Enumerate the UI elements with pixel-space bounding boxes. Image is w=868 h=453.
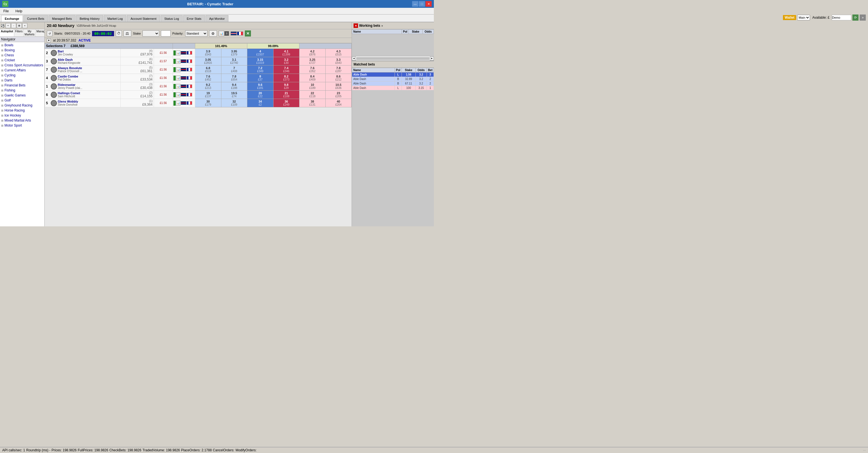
sidebar-item-cricket[interactable]: ⊞ Cricket bbox=[0, 58, 44, 63]
tab-market-log[interactable]: Market Log bbox=[104, 15, 126, 22]
odds-cell-2-4[interactable]: 7.6£352 bbox=[300, 66, 326, 74]
odds-cell-4-1[interactable]: 9.4£188 bbox=[221, 82, 247, 91]
runner-chart-btn[interactable]: 📊 bbox=[176, 92, 180, 97]
odds-cell-1-0[interactable]: 3.05£2816 bbox=[195, 57, 221, 66]
tab-current-bets[interactable]: Current Bets bbox=[24, 15, 48, 22]
odds-cell-6-5[interactable]: 40£204 bbox=[326, 99, 351, 107]
stake-input[interactable]: 2 bbox=[161, 30, 170, 36]
settings-button[interactable]: ⚙ bbox=[209, 30, 217, 36]
runner-chart-btn[interactable]: 📊 bbox=[176, 101, 180, 106]
tab-api-monitor[interactable]: Api Monitor bbox=[206, 15, 228, 22]
sidebar-tb-btn3[interactable]: ⊠ bbox=[17, 23, 22, 28]
sidebar-tab-managed[interactable]: Managed bbox=[36, 29, 44, 36]
sidebar-item-boxing[interactable]: ⊞ Boxing bbox=[0, 48, 44, 53]
minimize-button[interactable]: — bbox=[412, 1, 418, 7]
odds-cell-6-0[interactable]: 30£179 bbox=[195, 99, 221, 107]
odds-cell-2-5[interactable]: 7.8£287 bbox=[326, 66, 351, 74]
refresh-button[interactable]: ↺ bbox=[47, 31, 53, 36]
odds-cell-3-5[interactable]: 8.6£212 bbox=[326, 74, 351, 82]
odds-cell-5-5[interactable]: 23£205 bbox=[326, 91, 351, 99]
odds-cell-3-0[interactable]: 7.6£452 bbox=[195, 74, 221, 82]
collapse-button[interactable]: ▼ bbox=[47, 38, 51, 42]
sidebar-item-financial-bets[interactable]: ⊞ Financial Bets bbox=[0, 83, 44, 88]
odds-cell-1-5[interactable]: 3.3£543 bbox=[326, 57, 351, 66]
runner-chart-btn[interactable]: 📊 bbox=[176, 75, 180, 80]
odds-cell-5-2[interactable]: 20£22 bbox=[247, 91, 274, 99]
tab-exchange[interactable]: Exchange bbox=[1, 15, 23, 22]
odds-cell-0-4[interactable]: 4.2£876 bbox=[300, 49, 326, 57]
odds-cell-4-2[interactable]: 9.6£181 bbox=[247, 82, 274, 91]
sidebar-item-gaelic-games[interactable]: ⊞ Gaelic Games bbox=[0, 93, 44, 98]
sidebar-item-ice-hockey[interactable]: ⊞ Ice Hockey bbox=[0, 113, 44, 118]
odds-cell-2-0[interactable]: 6.8£518 bbox=[195, 66, 221, 74]
odds-cell-2-1[interactable]: 7£408 bbox=[221, 66, 247, 74]
odds-cell-4-4[interactable]: 10£189 bbox=[300, 82, 326, 91]
odds-cell-2-2[interactable]: 7.2£349 bbox=[247, 66, 274, 74]
odds-cell-6-1[interactable]: 32£109 bbox=[221, 99, 247, 107]
odds-cell-0-0[interactable]: 3.9£543 bbox=[195, 49, 221, 57]
odds-cell-6-4[interactable]: 38£131 bbox=[300, 99, 326, 107]
sidebar-item-bowls[interactable]: ⊞ Bowls bbox=[0, 43, 44, 48]
timer-btn[interactable]: ⏱ bbox=[116, 30, 122, 36]
tab-managed-bets[interactable]: Managed Bets bbox=[49, 15, 75, 22]
sidebar-expand-button[interactable]: « bbox=[22, 23, 27, 28]
odds-cell-1-2[interactable]: 3.15£1019 bbox=[247, 57, 274, 66]
h-scroll-right[interactable]: ► bbox=[430, 57, 434, 61]
sidebar-item-horse-racing[interactable]: ⊞ Horse Racing bbox=[0, 108, 44, 113]
menu-help[interactable]: Help bbox=[14, 9, 24, 14]
odds-cell-0-5[interactable]: 4.3£515 bbox=[326, 49, 351, 57]
sidebar-tb-btn1[interactable]: + bbox=[6, 23, 10, 28]
menu-file[interactable]: File bbox=[2, 9, 10, 14]
sidebar-item-cross-sport[interactable]: ⊞ Cross Sport Accumulators bbox=[0, 63, 44, 68]
odds-cell-0-3[interactable]: 4.1£1399 bbox=[273, 49, 300, 57]
odds-cell-3-2[interactable]: 8£37 bbox=[247, 74, 274, 82]
runner-chart-btn[interactable]: 📊 bbox=[176, 51, 180, 56]
odds-cell-5-0[interactable]: 19£137 bbox=[195, 91, 221, 99]
odds-cell-6-3[interactable]: 36£249 bbox=[273, 99, 300, 107]
polarity-select[interactable]: Standard bbox=[185, 30, 208, 36]
close-market-button[interactable]: ✕ bbox=[245, 30, 251, 36]
odds-cell-6-2[interactable]: 34£2 bbox=[247, 99, 274, 107]
runner-chart-btn[interactable]: 📊 bbox=[176, 67, 180, 72]
sidebar-tab-autopilot[interactable]: Autopilot bbox=[0, 29, 14, 36]
stake-select[interactable] bbox=[143, 30, 159, 36]
tab-error-stats[interactable]: Error Stats bbox=[183, 15, 205, 22]
sidebar-item-greyhound-racing[interactable]: ⊞ Greyhound Racing bbox=[0, 103, 44, 108]
runner-chart-btn[interactable]: 📊 bbox=[176, 59, 180, 64]
odds-cell-5-4[interactable]: 22£118 bbox=[300, 91, 326, 99]
odds-cell-3-4[interactable]: 8.4£409 bbox=[300, 74, 326, 82]
odds-cell-1-1[interactable]: 3.1£2740 bbox=[221, 57, 247, 66]
odds-cell-5-3[interactable]: 21£108 bbox=[273, 91, 300, 99]
maximize-button[interactable]: □ bbox=[419, 1, 425, 7]
sidebar-item-cycling[interactable]: ⊞ Cycling bbox=[0, 73, 44, 78]
runner-chart-btn[interactable]: 📊 bbox=[176, 84, 180, 89]
sidebar-item-golf[interactable]: ⊞ Golf bbox=[0, 98, 44, 103]
sidebar-item-mma[interactable]: ⊞ Mixed Martial Arts bbox=[0, 118, 44, 123]
sidebar-item-darts[interactable]: ⊞ Darts bbox=[0, 78, 44, 83]
odds-cell-4-3[interactable]: 9.8£29 bbox=[273, 82, 300, 91]
sidebar-tb-btn2[interactable]: - bbox=[11, 23, 16, 28]
odds-cell-2-3[interactable]: 7.4£346 bbox=[273, 66, 300, 74]
close-button[interactable]: ✕ bbox=[426, 1, 432, 7]
odds-cell-1-4[interactable]: 3.25£727 bbox=[300, 57, 326, 66]
sidebar-item-chess[interactable]: ⊞ Chess bbox=[0, 53, 44, 58]
odds-cell-0-2[interactable]: 4£1507 bbox=[247, 49, 274, 57]
odds-cell-3-3[interactable]: 8.2£373 bbox=[273, 74, 300, 82]
sidebar-item-motor-sport[interactable]: ⊞ Motor Sport bbox=[0, 123, 44, 128]
tab-account-statement[interactable]: Account Statement bbox=[127, 15, 160, 22]
working-bets-close[interactable]: ✕ bbox=[353, 24, 358, 28]
odds-amount: £109 bbox=[222, 103, 246, 106]
sidebar-tab-mymarkets[interactable]: My Markets bbox=[24, 29, 36, 36]
sidebar-item-fishing[interactable]: ⊞ Fishing bbox=[0, 88, 44, 93]
sidebar-tab-filters[interactable]: Filters bbox=[14, 29, 24, 36]
h-scroll-left[interactable]: ◄ bbox=[352, 57, 356, 61]
odds-cell-5-1[interactable]: 19.5£74 bbox=[221, 91, 247, 99]
tab-status-log[interactable]: Status Log bbox=[161, 15, 183, 22]
odds-cell-3-1[interactable]: 7.8£654 bbox=[221, 74, 247, 82]
odds-cell-4-0[interactable]: 9.2£213 bbox=[195, 82, 221, 91]
odds-cell-1-3[interactable]: 3.2£30 bbox=[273, 57, 300, 66]
odds-cell-0-1[interactable]: 3.95£379 bbox=[221, 49, 247, 57]
sidebar-item-current-affairs[interactable]: ⊞ Current Affairs bbox=[0, 68, 44, 73]
tab-betting-history[interactable]: Betting History bbox=[76, 15, 103, 22]
odds-cell-4-5[interactable]: 10.5£636 bbox=[326, 82, 351, 91]
